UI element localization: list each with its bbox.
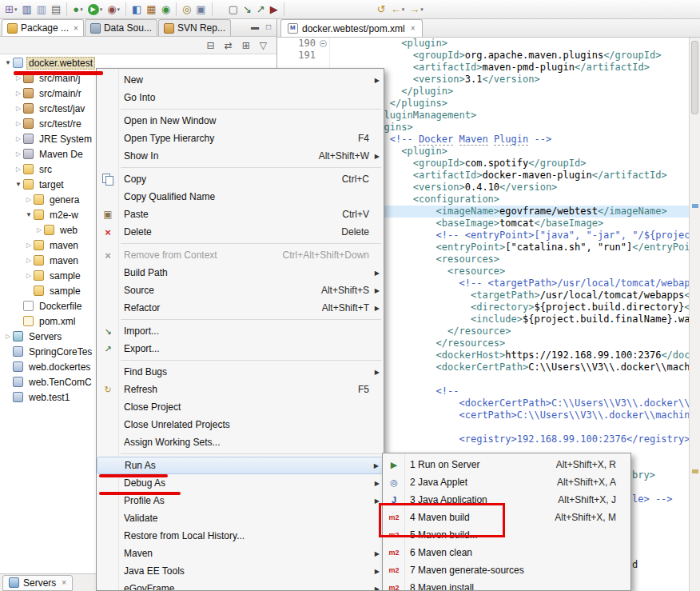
collapsed-arrow-icon[interactable]: ▷ [14,150,23,158]
dropdown-arrow-icon[interactable]: ▾ [117,6,121,13]
pom-xml-icon [288,23,298,34]
view-menu-icon[interactable]: ▽ [260,40,267,51]
blank-icon [101,547,115,560]
menu-item-find-bugs[interactable]: Find Bugs▶ [97,363,384,381]
export-button[interactable]: ↗ [255,2,267,18]
tree-item-label: src/main/r [37,87,84,100]
menu-item-refactor[interactable]: RefactorAlt+Shift+T▶ [97,299,384,317]
expanded-arrow-icon[interactable]: ▼ [24,211,34,218]
expanded-arrow-icon[interactable]: ▼ [14,181,23,188]
link-with-editor-icon[interactable]: ⇄ [225,40,233,51]
menu-item-close-project[interactable]: Close Project [97,398,384,416]
runas-item-2-java-applet[interactable]: ◎2 Java AppletAlt+Shift+X, A [383,473,630,491]
menu-item-validate[interactable]: Validate [97,509,384,527]
servers-icon [9,577,19,588]
print-button[interactable]: ▤ [50,2,62,18]
new-class-button[interactable]: ◉ [160,2,172,18]
blank-icon [101,114,115,127]
back-button[interactable]: ←▾ [389,2,407,18]
menu-item-go-into[interactable]: Go Into [97,89,384,106]
forward-button[interactable]: →▾ [408,2,425,18]
menu-item-close-unrelated-projects[interactable]: Close Unrelated Projects [97,416,384,433]
focus-view-icon[interactable]: ⊞ [242,40,250,51]
collapse-all-icon[interactable]: ⊟ [207,40,215,51]
new-server-button[interactable]: ▢ [227,2,240,18]
tab-data-source-explorer[interactable]: Data Sou... [85,19,157,36]
menu-item-copy-qualified-name[interactable]: Copy Qualified Name [97,188,384,206]
view-window-buttons: ▬ □ [251,22,271,31]
menu-item-remove-from-context[interactable]: ×Remove from ContextCtrl+Alt+Shift+Down [97,246,384,264]
save-button[interactable]: ▥ [20,2,33,18]
runas-item-6-maven-clean[interactable]: m26 Maven clean [383,544,630,561]
close-icon[interactable]: × [62,578,66,587]
menu-item-maven[interactable]: Maven▶ [97,545,384,562]
tree-item-label: maven [47,254,81,267]
runas-item-8-maven-install[interactable]: m28 Maven install [383,579,630,591]
collapsed-arrow-icon[interactable]: ▷ [14,135,23,142]
menu-item-run-as[interactable]: Run As▶ [97,457,384,474]
menu-item-build-path[interactable]: Build Path▶ [97,264,384,282]
menu-item-source[interactable]: SourceAlt+Shift+S▶ [97,282,384,299]
tab-svn-repositories[interactable]: SVN Rep... [158,19,231,36]
menu-item-java-ee-tools[interactable]: Java EE Tools▶ [97,562,384,580]
collapsed-arrow-icon[interactable]: ▷ [14,166,23,173]
menu-item-delete[interactable]: ×DeleteDelete [97,223,384,241]
external-tools-button[interactable]: ◉▾ [105,2,121,18]
collapsed-arrow-icon[interactable]: ▷ [3,333,13,340]
menu-item-paste[interactable]: ▣PasteCtrl+V [97,206,384,223]
tab-pom-xml-editor[interactable]: docker.webtest/pom.xml × [280,19,423,37]
java-type-search-button[interactable]: ◎ [181,2,193,18]
open-task-button[interactable]: ▣ [194,2,207,18]
menu-item-label: Maven [124,548,153,559]
collapsed-arrow-icon[interactable]: ▷ [24,257,34,264]
new-server-icon: ▢ [229,4,238,14]
dropdown-arrow-icon[interactable]: ▾ [420,6,424,13]
minimize-view-icon[interactable]: ▬ [251,22,259,31]
runas-item-7-maven-generate-sources[interactable]: m27 Maven generate-sources [383,561,630,579]
menu-item-export[interactable]: ↗Export... [97,340,384,357]
menu-item-shortcut: Delete [322,226,369,238]
menu-item-open-in-new-window[interactable]: Open in New Window [97,112,384,130]
menu-item-assign-working-sets[interactable]: Assign Working Sets... [97,433,384,451]
collapsed-arrow-icon[interactable]: ▷ [14,90,23,97]
collapsed-arrow-icon[interactable]: ▷ [14,105,23,112]
new-wizard-button[interactable]: ⊞▾ [3,2,18,18]
runas-item-1-run-on-server[interactable]: ▶1 Run on ServerAlt+Shift+X, R [383,456,630,473]
collapsed-arrow-icon[interactable]: ▷ [24,196,34,203]
scrollbar-thumb[interactable] [691,41,698,114]
close-icon[interactable]: × [74,24,78,33]
menu-item-restore-from-local-history[interactable]: Restore from Local History... [97,527,384,545]
close-icon[interactable]: × [411,24,416,33]
new-package-button[interactable]: ▦ [145,2,157,18]
dropdown-arrow-icon[interactable]: ▾ [80,6,83,13]
collapsed-arrow-icon[interactable]: ▷ [24,242,34,249]
last-edit-location-button[interactable]: ↺ [376,2,388,18]
maximize-view-icon[interactable]: □ [266,22,271,31]
debug-button[interactable]: ●▾ [71,2,84,18]
menu-item-egovframe[interactable]: eGovFrame▶ [97,580,384,591]
new-java-project-button[interactable]: ◧ [130,2,143,18]
collapsed-arrow-icon[interactable]: ▷ [34,226,44,234]
dropdown-arrow-icon[interactable]: ▾ [100,6,103,13]
save-all-button[interactable]: ▥ [35,2,48,18]
collapsed-arrow-icon[interactable]: ▷ [14,74,23,82]
import-button[interactable]: ↘ [241,2,253,18]
expanded-arrow-icon[interactable]: ▼ [3,59,13,66]
tab-servers-view[interactable]: Servers × [2,575,73,591]
menu-item-label: Close Project [124,401,181,413]
menu-item-new[interactable]: New▶ [97,71,384,89]
menu-item-copy[interactable]: CopyCtrl+C [97,170,384,188]
profile-button[interactable]: ▶ [268,2,280,18]
collapsed-arrow-icon[interactable]: ▷ [24,272,34,279]
tab-package-explorer[interactable]: Package ... × [2,19,84,36]
collapsed-arrow-icon[interactable]: ▷ [14,120,23,127]
menu-item-show-in[interactable]: Show InAlt+Shift+W▶ [97,147,384,165]
menu-item-import[interactable]: ↘Import... [97,322,384,340]
menu-item-refresh[interactable]: ↻RefreshF5 [97,381,384,398]
menu-item-open-type-hierarchy[interactable]: Open Type HierarchyF4 [97,130,384,147]
dropdown-arrow-icon[interactable]: ▾ [14,6,18,13]
overview-ruler-scrollbar[interactable] [689,38,700,591]
run-button[interactable]: ▶▾ [86,2,105,18]
dropdown-arrow-icon[interactable]: ▾ [402,6,405,13]
new-java-project-icon: ◧ [132,4,141,14]
